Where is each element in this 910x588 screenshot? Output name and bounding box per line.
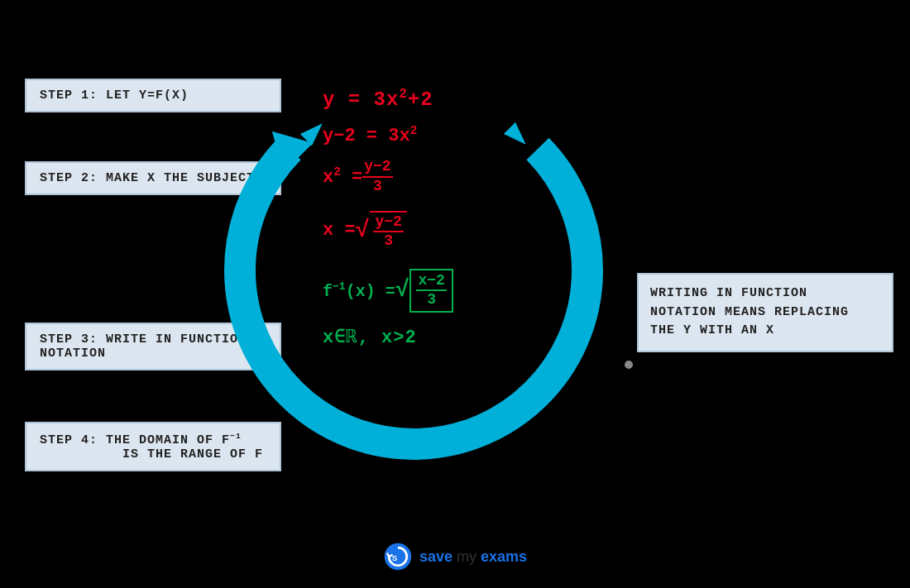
math-fraction-2: y−2 3 [373, 213, 403, 251]
math-line-1: y = 3x2+2 [323, 87, 453, 111]
brand-logo-icon: S [383, 542, 413, 571]
math-line-5: f−1(x) = √ x−2 3 [323, 269, 453, 313]
math-eq3-prefix: x2 = [323, 165, 362, 188]
math-line-4: x = √ y−2 3 [323, 211, 453, 251]
math-fraction-3: x−2 3 [416, 272, 446, 309]
frac1-num: y−2 [362, 158, 392, 178]
math-line-6: x∈ℝ, x>2 [323, 326, 453, 348]
math-eq6: x∈ℝ, x>2 [323, 326, 417, 348]
brand-area: S save my exams [383, 542, 527, 571]
frac1-den: 3 [371, 178, 384, 196]
math-fraction-1: y−2 3 [362, 158, 392, 195]
tooltip-box: WRITING IN FUNCTION NOTATION MEANS REPLA… [637, 273, 893, 352]
brand-text: save my exams [419, 548, 527, 566]
sqrt-symbol-2: √ [395, 279, 410, 302]
brand-save: save [419, 548, 453, 565]
step1-label: STEP 1: LET y=f(x) [40, 88, 189, 103]
brand-my: my [453, 548, 481, 565]
sqrt-symbol-1: √ [356, 219, 370, 242]
frac2-den: 3 [382, 232, 395, 251]
frac3-num: x−2 [416, 272, 446, 292]
sqrt-box-1: √ y−2 3 [356, 211, 407, 251]
svg-text:S: S [392, 553, 398, 562]
math-expressions-area: y = 3x2+2 y−2 = 3x2 x2 = y−2 3 x = √ y−2… [323, 74, 453, 356]
sqrt-content-1: y−2 3 [370, 211, 406, 251]
math-eq5-prefix: f−1(x) = [323, 280, 395, 301]
math-line-3: x2 = y−2 3 [323, 158, 453, 195]
arrowhead-right [504, 122, 532, 151]
math-line-2: y−2 = 3x2 [323, 124, 453, 146]
brand-exams: exams [481, 548, 527, 565]
tooltip-text: WRITING IN FUNCTION NOTATION MEANS REPLA… [650, 286, 849, 337]
main-container: STEP 1: LET y=f(x) STEP 2: MAKE x THE SU… [0, 0, 910, 588]
math-eq1: y = 3x2+2 [323, 87, 433, 111]
frac2-num: y−2 [373, 213, 403, 233]
dot-connector [625, 361, 633, 369]
math-eq4-prefix: x = [323, 220, 356, 241]
math-eq2: y−2 = 3x2 [323, 124, 417, 146]
sqrt-box-2: √ x−2 3 [395, 269, 453, 313]
sqrt-content-2: x−2 3 [410, 269, 453, 313]
frac3-den: 3 [425, 291, 438, 309]
